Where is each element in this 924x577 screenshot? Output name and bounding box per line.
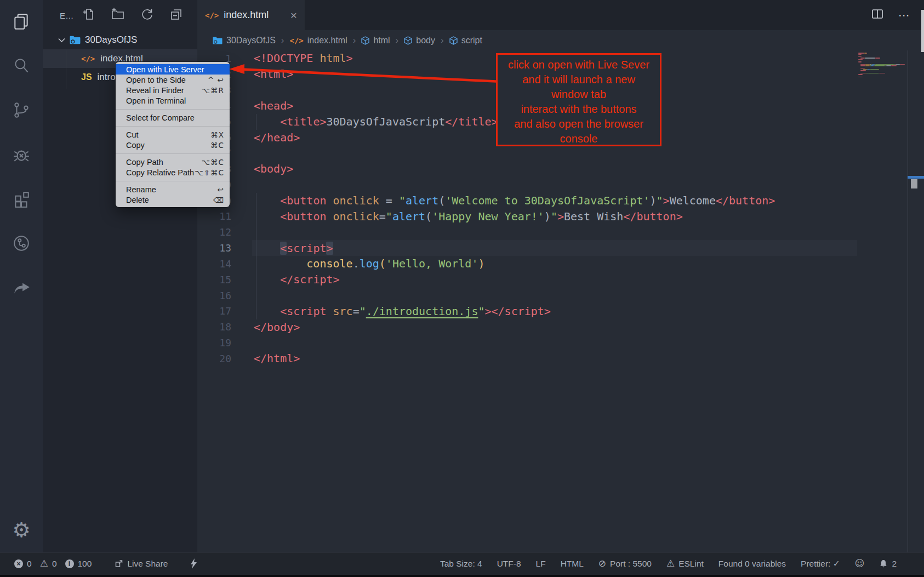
minimap-line [868,73,878,74]
menu-separator [116,109,230,110]
share-icon[interactable] [12,278,31,298]
extensions-icon[interactable] [12,189,31,209]
menu-item-rename[interactable]: Rename↩ [116,184,230,195]
menu-item-label: Select for Compare [126,113,224,122]
breadcrumb-item-html[interactable]: html [361,36,390,45]
errors-icon: × [14,559,23,568]
split-editor-icon[interactable] [872,9,883,21]
breadcrumb-label: 30DaysOfJS [226,36,276,45]
status-variables[interactable]: Found 0 variables [718,559,786,569]
bell-icon [879,559,888,568]
menu-item-label: Rename [126,185,218,194]
breadcrumb-separator: › [281,35,284,46]
breadcrumb-label: html [373,36,390,45]
status-text: 0 [27,559,32,569]
search-icon[interactable] [12,56,31,76]
collapse-folders-icon[interactable] [169,7,183,24]
breadcrumb-item-index-html[interactable]: </>index.html [289,36,347,45]
menu-item-label: Copy [126,141,210,150]
status-text: 2 [892,559,897,569]
close-icon[interactable]: × [290,9,297,21]
status-lightning[interactable] [190,558,197,569]
tab-index-html[interactable]: </> index.html × [197,0,305,30]
status-language-mode[interactable]: HTML [561,559,584,569]
minimap-line [858,61,862,62]
breadcrumb-item-30daysofjs[interactable]: 30DaysOfJS [213,36,276,45]
menu-item-delete[interactable]: Delete⌫ [116,195,230,205]
status-encoding[interactable]: UTF-8 [497,559,521,569]
explorer-icon[interactable] [12,12,31,31]
code-text: <body> [254,162,293,175]
chevron-down-icon [58,37,65,43]
new-file-icon[interactable] [82,7,96,24]
scrollbar-thumb[interactable] [911,179,917,188]
menu-item-shortcut: ⌥⇧⌘C [195,168,224,177]
breadcrumb-item-script[interactable]: script [449,36,482,45]
source-control-icon[interactable] [12,100,31,120]
status-infos[interactable]: i100 [65,559,92,569]
menu-item-reveal-in-finder[interactable]: Reveal in Finder⌥⌘R [116,85,230,95]
new-folder-icon[interactable] [111,7,125,24]
status-text: HTML [561,559,584,569]
status-warnings[interactable]: ⚠0 [40,559,57,569]
status-left: ×0⚠0i100Live Share [14,558,197,569]
explorer-title[interactable]: E… [60,11,74,20]
lightning-icon [190,558,197,569]
minimap-line [879,69,879,70]
menu-item-select-for-compare[interactable]: Select for Compare [116,112,230,123]
status-port[interactable]: ⊘Port : 5500 [598,559,652,569]
menu-item-open-in-terminal[interactable]: Open in Terminal [116,95,230,106]
status-errors[interactable]: ×0 [14,559,32,569]
status-text: 100 [78,559,92,569]
code-text: <script> [254,242,333,255]
symbol-cube-icon [361,36,369,45]
more-actions-icon[interactable]: ⋯ [898,9,910,22]
feedback-icon: ☺ [855,559,865,568]
minimap-line [858,74,863,75]
minimap-line [866,53,867,54]
menu-item-open-to-the-side[interactable]: Open to the Side^ ↩ [116,75,230,85]
minimap[interactable] [858,53,908,80]
line-number: 13 [197,242,231,254]
status-notifications[interactable]: 2 [879,559,897,569]
annotation-line: click on open with Live Sever [498,58,660,72]
live-share-session-icon[interactable] [12,233,31,253]
vscode-window: ⚙ E… 30DaysOfJS </> index.html JS introd… [0,0,924,577]
symbol-cube-icon [404,36,412,45]
menu-item-copy-relative-path[interactable]: Copy Relative Path⌥⇧⌘C [116,167,230,178]
run-debug-icon[interactable] [12,145,31,164]
infos-icon: i [65,559,74,568]
menu-item-cut[interactable]: Cut⌘X [116,129,230,140]
js-file-icon: JS [81,72,92,82]
folder-row-30daysofjs[interactable]: 30DaysOfJS [43,31,197,49]
code-text: </html> [254,352,300,365]
html-file-icon: </> [205,11,219,20]
code-text: <!DOCTYPE html> [254,52,353,65]
menu-separator [116,153,230,154]
window-scrollbar[interactable] [921,10,924,52]
menu-item-label: Delete [126,196,213,204]
breadcrumb-label: index.html [307,36,347,45]
menu-item-open-with-live-server[interactable]: Open with Live Server [116,64,230,75]
code-line: 8<body> [197,161,924,177]
status-eol[interactable]: LF [536,559,546,569]
code-line: 7 [197,145,924,161]
menu-item-copy-path[interactable]: Copy Path⌥⌘C [116,157,230,167]
explorer-header: E… [43,0,197,31]
code-line: 12 [197,224,924,240]
breadcrumb-item-body[interactable]: body [404,36,435,45]
breadcrumb-label: body [416,36,435,45]
status-live-share[interactable]: Live Share [114,559,168,569]
status-feedback[interactable]: ☺ [855,559,865,568]
explorer-actions [82,7,183,24]
status-prettier[interactable]: Prettier: ✓ [801,559,840,569]
tab-bar: </> index.html × ⋯ [197,0,924,30]
code-line: 15 </script> [197,272,924,288]
settings-gear-icon[interactable]: ⚙ [12,520,30,540]
code-line: 16 [197,288,924,304]
refresh-icon[interactable] [140,7,154,24]
status-eslint[interactable]: ⚠ESLint [666,559,704,569]
menu-item-copy[interactable]: Copy⌘C [116,140,230,150]
menu-item-label: Open to the Side [126,76,208,84]
status-tab-size[interactable]: Tab Size: 4 [440,559,482,569]
